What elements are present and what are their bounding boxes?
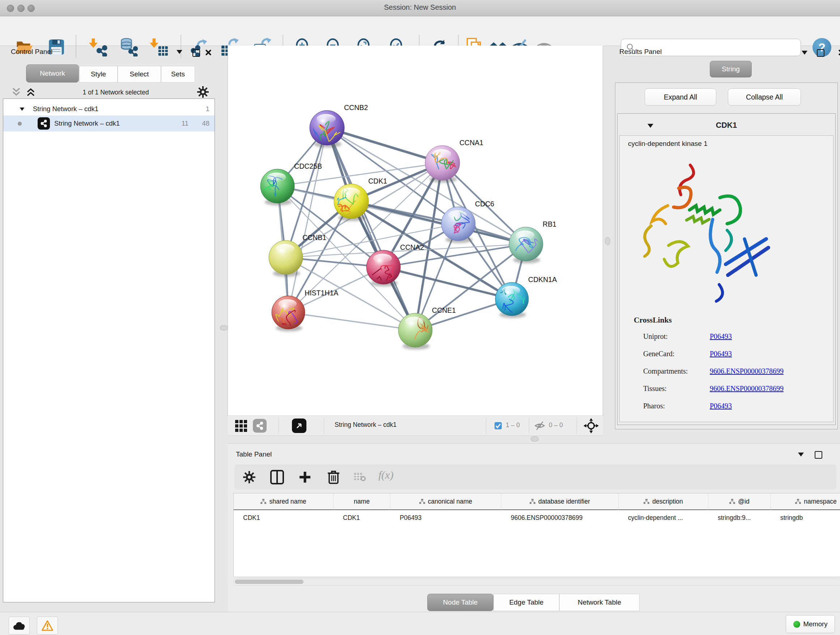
delete-table-button-disabled[interactable] (354, 472, 366, 483)
network-app-button[interactable] (253, 419, 267, 432)
results-panel-close-icon[interactable] (838, 49, 840, 56)
graph-node-label: CDC6 (475, 200, 494, 208)
network-collection-row[interactable]: String Network – cdk1 1 (3, 101, 215, 117)
column-header-name[interactable]: name (333, 494, 390, 510)
checkbox-checked-icon (494, 422, 502, 430)
column-type-icon (419, 499, 425, 504)
graph-edge[interactable] (327, 128, 442, 163)
tab-sets[interactable]: Sets (161, 66, 195, 82)
column-type-icon (729, 499, 735, 504)
network-options-button[interactable] (196, 86, 210, 100)
graph-edge[interactable] (327, 128, 415, 330)
expand-all-button[interactable]: Expand All (645, 88, 716, 106)
tab-style[interactable]: Style (79, 66, 118, 82)
graph-edge[interactable] (288, 312, 415, 330)
tab-edge-table[interactable]: Edge Table (493, 594, 559, 611)
collection-count: 1 (206, 105, 210, 113)
network-row-label: String Network – cdk1 (54, 119, 120, 127)
delete-column-button[interactable] (327, 470, 340, 486)
collapse-all-networks-button[interactable] (11, 87, 22, 98)
crosslink-compartments-link[interactable]: 9606.ENSP00000378699 (710, 367, 783, 375)
right-splitter-handle[interactable] (605, 237, 610, 245)
graph-node-hist1h1a[interactable]: HIST1H1A (272, 289, 338, 337)
netbar-separator (486, 417, 486, 434)
collection-label: String Network – cdk1 (33, 105, 98, 113)
graph-node-label: CCNE1 (432, 306, 456, 314)
graph-node-cdk1[interactable]: CDK1 (330, 177, 387, 221)
results-panel-menu-icon[interactable] (802, 51, 807, 55)
import-network-file-button[interactable] (88, 37, 108, 57)
import-network-database-button[interactable] (119, 37, 139, 57)
protein-structure-image (636, 155, 782, 307)
table-row-cell[interactable]: CDK1 (234, 511, 333, 524)
memory-button[interactable]: Memory (786, 615, 835, 633)
graph-node-label: RB1 (543, 220, 556, 228)
tab-string[interactable]: String (710, 61, 752, 78)
create-column-button[interactable] (298, 470, 312, 486)
birds-eye-view-button[interactable] (292, 418, 306, 433)
crosslink-genecard-link[interactable]: P06493 (710, 350, 732, 358)
table-row-cell[interactable]: P06493 (390, 511, 501, 524)
collapse-all-button[interactable]: Collapse All (728, 88, 801, 106)
title-bar: Session: New Session (0, 0, 840, 16)
selected-checkbox[interactable] (494, 422, 502, 431)
tab-network-table[interactable]: Network Table (559, 594, 639, 611)
network-view-toolbar: String Network – cdk1 1 – 0 0 – 0 (227, 416, 603, 436)
warning-status-button[interactable] (37, 616, 58, 635)
bottom-splitter-handle[interactable] (531, 436, 538, 442)
crosslink-label: Tissues: (643, 385, 667, 393)
show-columns-button[interactable] (270, 470, 284, 486)
crosslink-tissues-link[interactable]: 9606.ENSP00000378699 (710, 385, 783, 393)
network-view-canvas[interactable]: CCNB2CCNA1CDC25BCDK1CDC6RB1CCNB1CCNA2CDK… (227, 46, 603, 416)
crosslink-uniprot-link[interactable]: P06493 (710, 333, 732, 340)
left-splitter-handle[interactable] (220, 325, 228, 331)
table-row-cell[interactable]: cyclin-dependent ... (619, 511, 708, 524)
table-row-cell[interactable]: stringdb (771, 511, 840, 524)
collection-expander-icon[interactable] (20, 108, 25, 111)
column-header-description[interactable]: description (619, 494, 708, 510)
column-header-namespace[interactable]: namespace (771, 494, 840, 510)
eye-slash-small-icon (534, 420, 546, 431)
column-header-database-identifier[interactable]: database identifier (501, 494, 619, 510)
tab-select[interactable]: Select (118, 66, 161, 82)
table-panel-float-icon[interactable] (815, 451, 822, 459)
crosshair-icon (583, 417, 600, 434)
results-panel-float-icon[interactable] (817, 49, 824, 57)
node-table[interactable]: shared name name canonical name database… (233, 493, 840, 577)
graph-node-ccnb2[interactable]: CCNB2 (309, 103, 368, 148)
crosslink-pharos-link[interactable]: P06493 (710, 402, 732, 410)
column-header-id[interactable]: @id (708, 494, 771, 510)
table-panel-menu-icon[interactable] (798, 453, 804, 456)
table-options-button[interactable] (242, 470, 256, 486)
import-table-button[interactable] (149, 37, 169, 57)
tab-node-table[interactable]: Node Table (427, 594, 493, 611)
table-row-cell[interactable]: 9606.ENSP00000378699 (501, 511, 619, 524)
graph-edge[interactable] (351, 201, 526, 244)
tab-network[interactable]: Network (26, 65, 79, 82)
scrollbar-thumb[interactable] (235, 580, 303, 584)
table-horizontal-scrollbar[interactable] (233, 578, 840, 586)
control-panel-float-icon[interactable] (193, 49, 200, 57)
control-panel-close-icon[interactable] (205, 49, 211, 56)
warning-icon (41, 620, 54, 631)
gene-symbol: CDK1 (617, 121, 836, 130)
control-panel-menu-icon[interactable] (177, 50, 182, 54)
network-selection-status: 1 of 1 Network selected (43, 89, 188, 96)
column-header-canonical-name[interactable]: canonical name (390, 494, 501, 510)
table-row-cell[interactable]: CDK1 (333, 511, 390, 524)
show-grid-button[interactable] (235, 420, 247, 433)
column-header-shared-name[interactable]: shared name (234, 494, 333, 510)
table-delete-icon (354, 472, 366, 482)
expand-all-networks-button[interactable] (25, 87, 36, 98)
table-panel-title: Table Panel (236, 450, 272, 458)
string-network-icon (38, 117, 50, 130)
netbar-separator (576, 417, 577, 434)
pan-mode-button[interactable] (583, 417, 600, 435)
network-row-selected[interactable]: String Network – cdk1 11 48 (3, 116, 215, 131)
graph-node-rb1[interactable]: RB1 (509, 220, 556, 264)
graph-node-ccna1[interactable]: CCNA1 (425, 139, 483, 183)
function-builder-button-disabled[interactable]: f(x) (378, 469, 393, 481)
table-row-cell[interactable]: stringdb:9... (708, 511, 771, 524)
cloud-status-button[interactable] (9, 616, 30, 635)
network-graph[interactable]: CCNB2CCNA1CDC25BCDK1CDC6RB1CCNB1CCNA2CDK… (228, 46, 603, 416)
